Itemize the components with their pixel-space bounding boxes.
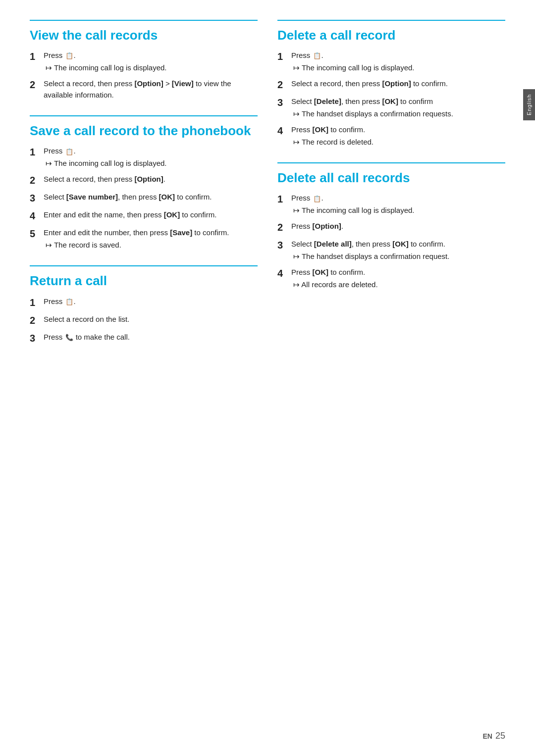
step-content: Press 📋. The incoming call log is displa… [44,146,258,169]
sub-result: The record is deleted. [293,137,505,148]
step-view-1: 1 Press 📋. The incoming call log is disp… [30,50,258,73]
section-title-save: Save a call record to the phonebook [30,123,258,139]
step-content: Enter and edit the number, then press [S… [44,227,258,251]
phone-book-icon: 📋 [313,51,321,61]
step-content: Press 📋. [44,296,258,307]
footer: EN 25 [483,731,505,741]
step-number: 3 [277,96,291,109]
step-delete-2: 2 Select a record, then press [Option] t… [277,78,505,91]
footer-lang: EN [483,732,492,740]
step-save-5: 5 Enter and edit the number, then press … [30,227,258,251]
step-content: Press [OK] to confirm. All records are d… [291,267,505,290]
step-number: 1 [277,193,291,205]
step-content: Select a record, then press [Option] > [… [44,78,258,101]
step-deleteall-3: 3 Select [Delete all], then press [OK] t… [277,239,505,262]
step-content: Select [Delete], then press [OK] to conf… [291,96,505,119]
sub-result: The handset displays a confirmation requ… [293,108,505,120]
divider-delete-all [277,162,505,163]
sub-result: The incoming call log is displayed. [293,205,505,216]
step-content: Select a record on the list. [44,314,258,325]
step-number: 3 [30,192,44,204]
step-deleteall-2: 2 Press [Option]. [277,221,505,234]
footer-page: 25 [495,731,505,741]
phone-book-icon: 📋 [65,297,73,307]
step-view-2: 2 Select a record, then press [Option] >… [30,78,258,101]
steps-delete: 1 Press 📋. The incoming call log is disp… [277,50,505,148]
step-return-1: 1 Press 📋. [30,296,258,309]
step-number: 4 [30,209,44,222]
step-save-4: 4 Enter and edit the name, then press [O… [30,209,258,222]
side-tab: English [523,89,535,120]
step-delete-4: 4 Press [OK] to confirm. The record is d… [277,124,505,148]
step-return-2: 2 Select a record on the list. [30,314,258,327]
step-content: Select [Save number], then press [OK] to… [44,192,258,203]
step-deleteall-4: 4 Press [OK] to confirm. All records are… [277,267,505,290]
step-content: Enter and edit the name, then press [OK]… [44,209,258,221]
sub-result: The record is saved. [46,240,258,251]
steps-delete-all: 1 Press 📋. The incoming call log is disp… [277,193,505,290]
right-column: Delete a call record 1 Press 📋. The inco… [277,20,505,359]
section-save-call-record: Save a call record to the phonebook 1 Pr… [30,115,258,251]
step-number: 2 [277,78,291,91]
phone-book-icon: 📋 [65,147,73,157]
divider-view [30,20,258,21]
step-number: 2 [30,174,44,187]
step-content: Select a record, then press [Option]. [44,174,258,185]
step-delete-1: 1 Press 📋. The incoming call log is disp… [277,50,505,73]
step-content: Select a record, then press [Option] to … [291,78,505,90]
section-title-return: Return a call [30,273,258,289]
step-number: 4 [277,124,291,137]
step-number: 4 [277,267,291,280]
section-title-view: View the call records [30,28,258,43]
section-title-delete: Delete a call record [277,28,505,43]
step-content: Press 📋. The incoming call log is displa… [44,50,258,73]
step-number: 3 [277,239,291,252]
step-number: 1 [30,50,44,63]
step-content: Press [OK] to confirm. The record is del… [291,124,505,148]
step-content: Select [Delete all], then press [OK] to … [291,239,505,262]
step-number: 3 [30,332,44,345]
section-view-call-records: View the call records 1 Press 📋. The inc… [30,20,258,101]
step-number: 1 [30,296,44,309]
step-save-3: 3 Select [Save number], then press [OK] … [30,192,258,204]
step-number: 5 [30,227,44,240]
step-content: Press [Option]. [291,221,505,232]
step-delete-3: 3 Select [Delete], then press [OK] to co… [277,96,505,119]
steps-view: 1 Press 📋. The incoming call log is disp… [30,50,258,101]
step-number: 1 [30,146,44,158]
step-number: 1 [277,50,291,63]
step-number: 2 [30,314,44,327]
call-icon: 📞 [65,333,73,343]
sub-result: The incoming call log is displayed. [46,62,258,74]
steps-save: 1 Press 📋. The incoming call log is disp… [30,146,258,251]
section-delete-all-call-records: Delete all call records 1 Press 📋. The i… [277,162,505,290]
step-number: 2 [277,221,291,234]
page-container: English View the call records 1 Press 📋.… [0,0,535,756]
divider-save [30,115,258,116]
sub-result: The handset displays a confirmation requ… [293,251,505,262]
divider-return [30,265,258,266]
sub-result: The incoming call log is displayed. [46,158,258,169]
sub-result: The incoming call log is displayed. [293,62,505,74]
sub-result: All records are deleted. [293,279,505,291]
step-content: Press 📋. The incoming call log is displa… [291,193,505,216]
section-return-call: Return a call 1 Press 📋. 2 Select a reco… [30,265,258,344]
step-return-3: 3 Press 📞 to make the call. [30,332,258,345]
step-save-1: 1 Press 📋. The incoming call log is disp… [30,146,258,169]
section-title-delete-all: Delete all call records [277,170,505,186]
step-save-2: 2 Select a record, then press [Option]. [30,174,258,187]
divider-delete [277,20,505,21]
phone-book-icon: 📋 [313,194,321,204]
step-number: 2 [30,78,44,91]
left-column: View the call records 1 Press 📋. The inc… [30,20,258,359]
step-content: Press 📞 to make the call. [44,332,258,343]
steps-return: 1 Press 📋. 2 Select a record on the list… [30,296,258,345]
step-content: Press 📋. The incoming call log is displa… [291,50,505,73]
phone-book-icon: 📋 [65,51,73,61]
step-deleteall-1: 1 Press 📋. The incoming call log is disp… [277,193,505,216]
section-delete-call-record: Delete a call record 1 Press 📋. The inco… [277,20,505,148]
columns: View the call records 1 Press 📋. The inc… [30,20,505,359]
